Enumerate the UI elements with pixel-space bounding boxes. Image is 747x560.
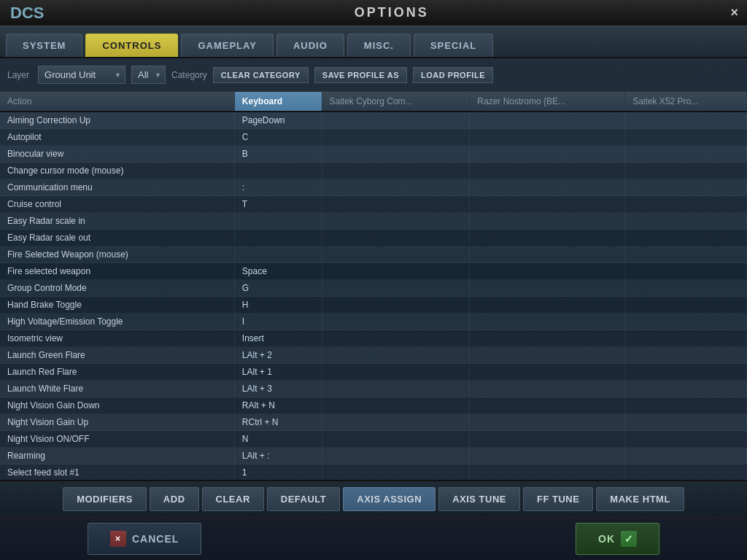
table-row[interactable]: AutopilotC xyxy=(0,129,747,146)
action-cell: Fire Selected Weapon (mouse) xyxy=(0,246,234,263)
razer-nostromo-cell xyxy=(470,112,625,129)
saitek-x52-cell xyxy=(625,448,747,464)
table-row[interactable]: Select feed slot #11 xyxy=(0,464,747,481)
razer-nostromo-cell xyxy=(470,263,625,280)
keyboard-cell: LAlt + 3 xyxy=(234,381,322,397)
razer-nostromo-cell xyxy=(470,397,625,414)
ff-tune-button[interactable]: FF TUNE xyxy=(523,487,593,511)
keyboard-cell: LAlt + 1 xyxy=(234,364,322,381)
tab-misc[interactable]: MISC. xyxy=(347,34,411,57)
clear-button[interactable]: CLEAR xyxy=(202,487,264,511)
table-row[interactable]: Isometric viewInsert xyxy=(0,330,747,347)
saitek-cyborg-cell xyxy=(322,263,470,280)
controls-bar: Layer Ground Unit All Category CLEAR CAT… xyxy=(0,58,747,92)
table-row[interactable]: Binocular viewB xyxy=(0,146,747,163)
table-row[interactable]: Easy Radar scale in xyxy=(0,213,747,230)
action-cell: Launch White Flare xyxy=(0,381,234,397)
table-row[interactable]: Fire selected weaponSpace xyxy=(0,263,747,280)
table-row[interactable]: High Voltage/Emission ToggleI xyxy=(0,314,747,330)
razer-nostromo-cell xyxy=(470,246,625,263)
razer-nostromo-cell xyxy=(470,213,625,230)
table-row[interactable]: Easy Radar scale out xyxy=(0,230,747,246)
layer-select[interactable]: Ground Unit xyxy=(38,66,125,84)
load-profile-button[interactable]: LOAD PROFILE xyxy=(413,67,493,83)
table-row[interactable]: RearmingLAlt + : xyxy=(0,448,747,464)
default-button[interactable]: DEFAULT xyxy=(267,487,340,511)
category-select[interactable]: All xyxy=(131,66,166,84)
table-row[interactable]: Launch Red FlareLAlt + 1 xyxy=(0,364,747,381)
tab-controls[interactable]: CONTROLS xyxy=(85,34,178,57)
footer: × CANCEL OK ✓ xyxy=(0,516,747,560)
action-cell: Group Control Mode xyxy=(0,280,234,297)
saitek-cyborg-cell xyxy=(322,414,470,431)
razer-nostromo-cell xyxy=(470,330,625,347)
saitek-x52-cell xyxy=(625,213,747,230)
razer-nostromo-cell xyxy=(470,314,625,330)
saitek-x52-cell xyxy=(625,112,747,129)
saitek-x52-cell xyxy=(625,230,747,246)
svg-text:DCS: DCS xyxy=(10,4,44,22)
table-row[interactable]: Group Control ModeG xyxy=(0,280,747,297)
keyboard-cell: G xyxy=(234,280,322,297)
saitek-cyborg-cell xyxy=(322,364,470,381)
tab-audio[interactable]: AUDIO xyxy=(276,34,344,57)
table-row[interactable]: Aiming Correction UpPageDown xyxy=(0,112,747,129)
column-saitek-cyborg: Saitek Cyborg Com... xyxy=(322,92,470,112)
table-row[interactable]: Night Vision Gain DownRAlt + N xyxy=(0,397,747,414)
table-row[interactable]: Change cursor mode (mouse) xyxy=(0,163,747,179)
razer-nostromo-cell xyxy=(470,431,625,448)
modifiers-button[interactable]: MODIFIERS xyxy=(63,487,147,511)
add-button[interactable]: ADD xyxy=(150,487,199,511)
keyboard-cell: RCtrl + N xyxy=(234,414,322,431)
keyboard-cell xyxy=(234,213,322,230)
saitek-cyborg-cell xyxy=(322,330,470,347)
column-keyboard: Keyboard xyxy=(234,92,322,112)
axis-tune-button[interactable]: AXIS TUNE xyxy=(438,487,520,511)
tab-system[interactable]: SYSTEM xyxy=(6,34,82,57)
razer-nostromo-cell xyxy=(470,347,625,364)
axis-assign-button[interactable]: AXIS ASSIGN xyxy=(343,487,436,511)
action-cell: Rearming xyxy=(0,448,234,464)
keybindings-table-container[interactable]: Action Keyboard Saitek Cyborg Com... Raz… xyxy=(0,92,747,480)
column-razer-nostromo: Razer Nostromo {BE... xyxy=(470,92,625,112)
action-cell: Launch Red Flare xyxy=(0,364,234,381)
keyboard-cell: LAlt + 2 xyxy=(234,347,322,364)
action-cell: Change cursor mode (mouse) xyxy=(0,163,234,179)
close-button[interactable]: × xyxy=(730,5,738,20)
saitek-cyborg-cell xyxy=(322,431,470,448)
saitek-x52-cell xyxy=(625,314,747,330)
main-content: Layer Ground Unit All Category CLEAR CAT… xyxy=(0,58,747,480)
saitek-cyborg-cell xyxy=(322,314,470,330)
saitek-cyborg-cell xyxy=(322,297,470,314)
saitek-x52-cell xyxy=(625,431,747,448)
ok-icon: ✓ xyxy=(621,531,637,547)
layer-select-wrapper[interactable]: Ground Unit xyxy=(38,66,125,84)
table-row[interactable]: Night Vision Gain UpRCtrl + N xyxy=(0,414,747,431)
save-profile-button[interactable]: SAVE PROFILE AS xyxy=(314,67,407,83)
table-row[interactable]: Cruise controlT xyxy=(0,196,747,213)
table-row[interactable]: Launch Green FlareLAlt + 2 xyxy=(0,347,747,364)
saitek-cyborg-cell xyxy=(322,230,470,246)
keyboard-cell: H xyxy=(234,297,322,314)
tab-special[interactable]: SPECIAL xyxy=(414,34,493,57)
cancel-button[interactable]: × CANCEL xyxy=(88,523,201,555)
clear-category-button[interactable]: CLEAR CATEGORY xyxy=(213,67,309,83)
ok-button[interactable]: OK ✓ xyxy=(576,523,659,555)
column-action: Action xyxy=(0,92,234,112)
make-html-button[interactable]: MAKE HTML xyxy=(596,487,684,511)
action-cell: Cruise control xyxy=(0,196,234,213)
category-select-wrapper[interactable]: All xyxy=(131,66,166,84)
table-row[interactable]: Night Vision ON/OFFN xyxy=(0,431,747,448)
table-row[interactable]: Fire Selected Weapon (mouse) xyxy=(0,246,747,263)
table-row[interactable]: Hand Brake ToggleH xyxy=(0,297,747,314)
tab-gameplay[interactable]: GAMEPLAY xyxy=(181,34,273,57)
keyboard-cell: T xyxy=(234,196,322,213)
table-row[interactable]: Launch White FlareLAlt + 3 xyxy=(0,381,747,397)
keyboard-cell: N xyxy=(234,431,322,448)
razer-nostromo-cell xyxy=(470,280,625,297)
table-row[interactable]: Communication menu: xyxy=(0,179,747,196)
keyboard-cell: B xyxy=(234,146,322,163)
saitek-cyborg-cell xyxy=(322,196,470,213)
action-cell: High Voltage/Emission Toggle xyxy=(0,314,234,330)
keyboard-cell: 1 xyxy=(234,464,322,481)
